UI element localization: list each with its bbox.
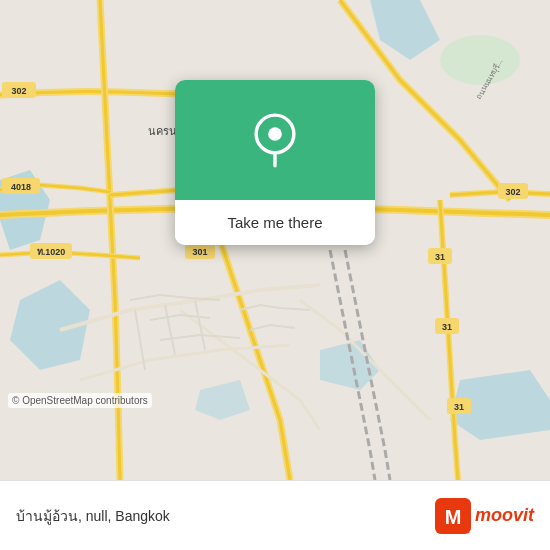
popup-card: Take me there	[175, 80, 375, 245]
svg-text:31: 31	[454, 402, 464, 412]
popup-green-area	[175, 80, 375, 200]
location-pin-icon	[245, 110, 305, 170]
svg-text:31: 31	[435, 252, 445, 262]
bottom-bar: บ้านมู้อ้วน, null, Bangkok M moovit	[0, 480, 550, 550]
svg-point-24	[268, 127, 282, 141]
svg-text:ท.1020: ท.1020	[37, 247, 66, 257]
svg-text:M: M	[445, 506, 462, 528]
osm-credit: © OpenStreetMap contributors	[8, 393, 152, 408]
map-view: 302 4018 306 ท.1020 301 31 31 31 302 นคร…	[0, 0, 550, 480]
moovit-icon: M	[435, 498, 471, 534]
svg-text:4018: 4018	[11, 182, 31, 192]
svg-text:31: 31	[442, 322, 452, 332]
svg-text:301: 301	[192, 247, 207, 257]
location-label: บ้านมู้อ้วน, null, Bangkok	[16, 505, 170, 527]
svg-text:302: 302	[11, 86, 26, 96]
moovit-logo: M moovit	[435, 498, 534, 534]
svg-text:302: 302	[505, 187, 520, 197]
svg-point-2	[440, 35, 520, 85]
take-me-there-button[interactable]: Take me there	[175, 200, 375, 245]
moovit-label: moovit	[475, 505, 534, 526]
